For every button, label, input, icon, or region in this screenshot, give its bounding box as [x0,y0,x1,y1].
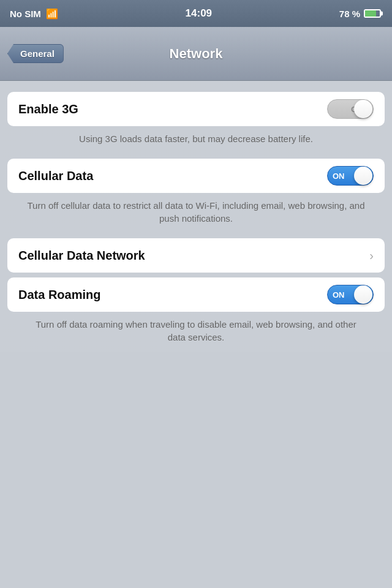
battery-icon [364,9,382,18]
cellular-data-network-row[interactable]: Cellular Data Network › [7,238,385,273]
enable-3g-row: Enable 3G OFF [7,92,385,126]
chevron-right-icon: › [369,249,374,263]
back-button-label: General [20,48,55,59]
cellular-data-network-label: Cellular Data Network [18,249,145,263]
data-roaming-toggle-knob [354,285,372,304]
cellular-data-toggle[interactable]: ON [327,166,374,186]
data-roaming-toggle[interactable]: ON [327,285,374,304]
cellular-data-toggle-label: ON [333,172,345,181]
data-roaming-description: Turn off data roaming when traveling to … [7,312,385,352]
status-bar: No SIM 📶 14:09 78 % [0,0,392,27]
enable-3g-card: Enable 3G OFF [7,92,385,126]
wifi-icon: 📶 [46,8,58,20]
data-roaming-row: Data Roaming ON [7,277,385,312]
cellular-data-label: Cellular Data [18,169,93,183]
enable-3g-label: Enable 3G [18,102,78,116]
battery-fill [365,10,376,17]
status-right: 78 % [339,9,382,19]
back-button[interactable]: General [7,44,64,63]
enable-3g-toggle[interactable]: OFF [327,99,374,119]
data-roaming-card: Data Roaming ON [7,277,385,312]
cellular-data-section: Cellular Data ON Turn off cellular data … [7,159,385,233]
content-area: Enable 3G OFF Using 3G loads data faster… [0,81,392,352]
cellular-data-network-section: Cellular Data Network › [7,238,385,273]
data-roaming-toggle-label: ON [333,290,345,300]
nav-title: Network [170,46,223,62]
cellular-data-card: Cellular Data ON [7,159,385,193]
enable-3g-section: Enable 3G OFF Using 3G loads data faster… [7,92,385,154]
battery-percentage: 78 % [339,9,360,19]
nav-bar: General Network [0,27,392,81]
cellular-data-description: Turn off cellular data to restrict all d… [7,193,385,233]
cellular-data-network-card: Cellular Data Network › [7,238,385,273]
cellular-data-toggle-knob [354,167,372,185]
enable-3g-description: Using 3G loads data faster, but may decr… [7,126,385,154]
data-roaming-label: Data Roaming [18,288,100,302]
enable-3g-toggle-knob [354,100,372,118]
battery-body [364,9,381,18]
status-left: No SIM 📶 [10,8,58,20]
cellular-data-row: Cellular Data ON [7,159,385,193]
carrier-label: No SIM [10,9,41,19]
clock: 14:09 [186,7,212,20]
data-roaming-section: Data Roaming ON Turn off data roaming wh… [7,277,385,352]
